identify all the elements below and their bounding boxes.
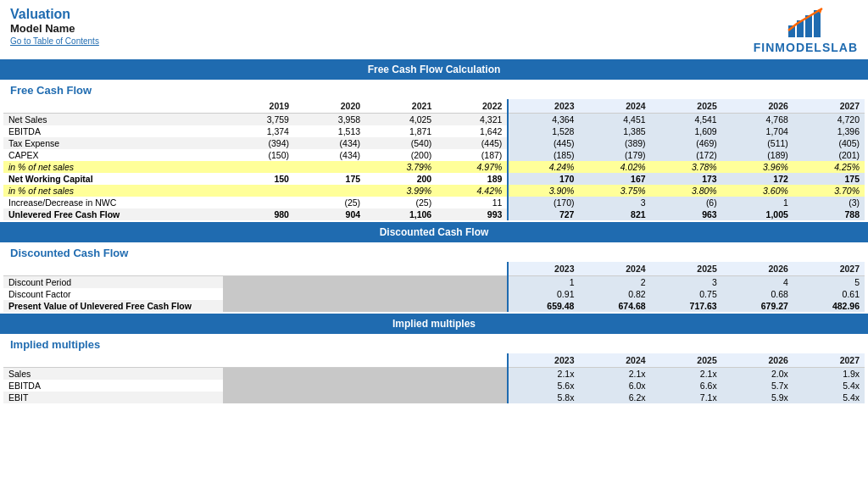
implied-gray-cell <box>437 392 508 403</box>
implied-section-header: Implied multiples <box>0 314 868 334</box>
fcf-hist-cell: 4,025 <box>365 114 437 126</box>
implied-col-hist1 <box>223 353 294 368</box>
fcf-hist-cell: 200 <box>365 173 437 185</box>
dcf-col-2024: 2024 <box>579 262 650 276</box>
fcf-hist-cell: (150) <box>223 149 294 161</box>
dcf-col-hist1 <box>223 262 294 276</box>
dcf-gray-cell <box>437 300 508 312</box>
fcf-hist-cell <box>223 161 294 173</box>
dcf-gray-cell <box>365 300 437 312</box>
fcf-table-row: Increase/Decrease in NWC(25)(25)11(170)3… <box>3 197 865 208</box>
fcf-col-2025: 2025 <box>651 99 722 114</box>
implied-fore-cell: 5.6x <box>508 380 579 392</box>
dcf-fore-cell: 659.48 <box>508 300 579 312</box>
page-wrapper: Valuation Model Name Go to Table of Cont… <box>0 0 868 403</box>
header-right: FINMODELSLAB <box>754 7 858 54</box>
fcf-table-row: Tax Expense(394)(434)(540)(445)(445)(389… <box>3 137 865 149</box>
fcf-fore-cell: 1,528 <box>508 125 579 137</box>
implied-gray-cell <box>437 380 508 392</box>
fcf-fore-cell: 1 <box>722 197 793 208</box>
fcf-hist-cell: (434) <box>294 149 365 161</box>
implied-table-row: Sales2.1x2.1x2.1x2.0x1.9x <box>3 368 865 381</box>
fcf-fore-cell: 821 <box>579 208 650 220</box>
implied-row-label: EBIT <box>3 392 223 403</box>
fcf-fore-cell: 4.02% <box>579 161 650 173</box>
fcf-fore-cell: 4.25% <box>793 161 865 173</box>
header-left: Valuation Model Name Go to Table of Cont… <box>10 7 99 46</box>
fcf-hist-cell: (394) <box>223 137 294 149</box>
dcf-gray-cell <box>223 276 294 289</box>
fcf-fore-cell: 167 <box>579 173 650 185</box>
fcf-hist-cell: 11 <box>437 197 508 208</box>
dcf-fore-cell: 482.96 <box>793 300 865 312</box>
goto-link[interactable]: Go to Table of Contents <box>10 36 99 46</box>
fcf-hist-cell: 904 <box>294 208 365 220</box>
dcf-gray-cell <box>223 288 294 300</box>
fcf-hist-cell: 4.42% <box>437 185 508 197</box>
header: Valuation Model Name Go to Table of Cont… <box>0 0 868 59</box>
implied-fore-cell: 5.4x <box>793 380 865 392</box>
dcf-row-label: Discount Factor <box>3 288 223 300</box>
fcf-hist-cell <box>223 185 294 197</box>
fcf-table-row: Net Sales3,7593,9584,0254,3214,3644,4514… <box>3 114 865 126</box>
implied-gray-cell <box>223 368 294 381</box>
implied-row-label: EBITDA <box>3 380 223 392</box>
implied-fore-cell: 2.1x <box>579 368 650 381</box>
dcf-section-title: Discounted Cash Flow <box>3 242 865 262</box>
fcf-col-label <box>3 99 223 114</box>
fcf-fore-cell: 3.80% <box>651 185 722 197</box>
implied-col-2023: 2023 <box>508 353 579 368</box>
fcf-hist-cell: 4,321 <box>437 114 508 126</box>
fcf-fore-cell: (201) <box>793 149 865 161</box>
page-title-model: Model Name <box>10 22 99 35</box>
fcf-fore-cell: 4,451 <box>579 114 650 126</box>
fcf-section-header: Free Cash Flow Calculation <box>0 59 868 80</box>
fcf-fore-cell: (179) <box>579 149 650 161</box>
implied-col-hist4 <box>437 353 508 368</box>
implied-fore-cell: 5.9x <box>722 392 793 403</box>
fcf-table: 2019 2020 2021 2022 2023 2024 2025 2026 … <box>3 99 865 220</box>
implied-fore-cell: 5.8x <box>508 392 579 403</box>
fcf-hist-cell: 1,374 <box>223 125 294 137</box>
fcf-row-label: Net Working Capital <box>3 173 223 185</box>
fcf-fore-cell: 3.78% <box>651 161 722 173</box>
implied-gray-cell <box>294 368 365 381</box>
fcf-col-2022: 2022 <box>437 99 508 114</box>
fcf-fore-cell: (6) <box>651 197 722 208</box>
dcf-col-hist3 <box>365 262 437 276</box>
implied-gray-cell <box>294 380 365 392</box>
dcf-table: 2023 2024 2025 2026 2027 Discount Period… <box>3 262 865 312</box>
implied-gray-cell <box>223 380 294 392</box>
dcf-gray-cell <box>294 276 365 289</box>
dcf-table-wrapper: Discounted Cash Flow 2023 2024 2025 2026… <box>0 242 868 312</box>
fcf-fore-cell: 4.24% <box>508 161 579 173</box>
fcf-fore-cell: (405) <box>793 137 865 149</box>
fcf-hist-cell: 1,106 <box>365 208 437 220</box>
fcf-fore-cell: 1,704 <box>722 125 793 137</box>
implied-col-2025: 2025 <box>651 353 722 368</box>
fcf-hist-cell: 3.79% <box>365 161 437 173</box>
dcf-fore-cell: 2 <box>579 276 650 289</box>
fcf-fore-cell: (172) <box>651 149 722 161</box>
fcf-hist-cell: 4.97% <box>437 161 508 173</box>
fcf-hist-cell: (540) <box>365 137 437 149</box>
fcf-fore-cell: 3 <box>579 197 650 208</box>
fcf-col-2026: 2026 <box>722 99 793 114</box>
fcf-fore-cell: (3) <box>793 197 865 208</box>
dcf-gray-cell <box>223 300 294 312</box>
fcf-col-2020: 2020 <box>294 99 365 114</box>
dcf-table-row: Present Value of Unlevered Free Cash Flo… <box>3 300 865 312</box>
fcf-row-label: in % of net sales <box>3 185 223 197</box>
dcf-fore-cell: 0.82 <box>579 288 650 300</box>
dcf-section-header: Discounted Cash Flow <box>0 222 868 242</box>
fcf-fore-cell: 963 <box>651 208 722 220</box>
fcf-fore-cell: 1,609 <box>651 125 722 137</box>
logo-text: FINMODELSLAB <box>754 41 858 54</box>
implied-col-label <box>3 353 223 368</box>
fcf-hist-cell: 150 <box>223 173 294 185</box>
fcf-hist-cell <box>294 185 365 197</box>
implied-section-title: Implied multiples <box>3 334 865 353</box>
implied-gray-cell <box>365 380 437 392</box>
page-title-valuation: Valuation <box>10 7 99 22</box>
dcf-gray-cell <box>365 288 437 300</box>
